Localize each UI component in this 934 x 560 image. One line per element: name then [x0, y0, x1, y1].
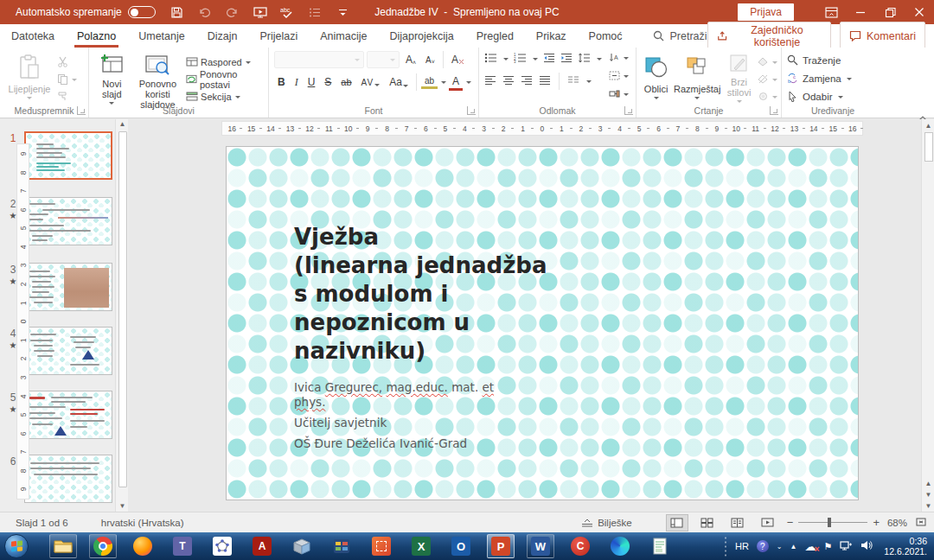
scroll-down-icon[interactable]: ▼: [924, 501, 933, 512]
share-button[interactable]: Zajedničko korištenje: [707, 22, 831, 51]
thumbnail-image[interactable]: [24, 131, 112, 180]
smartart-button[interactable]: [609, 87, 629, 100]
arrange-button[interactable]: Razmještaj: [674, 51, 720, 104]
search-box[interactable]: Pretraži: [653, 30, 707, 42]
notes-app-icon[interactable]: [646, 534, 674, 558]
grow-font-button[interactable]: A˄: [402, 53, 419, 67]
ccleaner-icon[interactable]: C: [566, 534, 594, 558]
zoom-level[interactable]: 68%: [887, 518, 907, 528]
thumbnail-image[interactable]: [24, 197, 112, 245]
undo-icon[interactable]: [197, 4, 213, 20]
thumbnail-slide-3[interactable]: 3 ★: [24, 263, 112, 311]
thumbnail-slide-1[interactable]: 1: [24, 131, 112, 180]
font-dialog-launcher-icon[interactable]: [467, 106, 476, 115]
fit-slide-icon[interactable]: [915, 517, 927, 529]
select-button[interactable]: Odabir: [787, 89, 880, 104]
shape-outline-button[interactable]: [758, 73, 777, 86]
increase-indent-button[interactable]: [560, 51, 573, 67]
action-center-flag-icon[interactable]: ⚑: [823, 541, 832, 552]
tab-polazno[interactable]: Polazno: [66, 24, 127, 48]
cut-button[interactable]: [57, 55, 77, 68]
language-indicator[interactable]: hrvatski (Hrvatska): [101, 518, 184, 528]
columns-button[interactable]: [567, 73, 579, 89]
quick-styles-button[interactable]: Brzi stilovi: [724, 51, 754, 104]
shape-effects-button[interactable]: [758, 90, 777, 103]
underline-button[interactable]: U: [304, 75, 319, 89]
thumbnail-image[interactable]: [24, 391, 112, 439]
reset-button[interactable]: Ponovno postavi: [186, 73, 265, 86]
section-button[interactable]: Sekcija: [186, 90, 265, 103]
slide-counter[interactable]: Slajd 1 od 6: [16, 518, 68, 528]
reading-view-button[interactable]: [726, 514, 749, 531]
text-highlight-button[interactable]: ab: [421, 75, 438, 89]
zoom-in-icon[interactable]: +: [873, 516, 880, 529]
format-painter-button[interactable]: [57, 90, 77, 103]
scrollbar-thumb[interactable]: [118, 131, 127, 487]
spellcheck-icon[interactable]: abc: [280, 4, 296, 20]
slideshow-view-button[interactable]: [757, 514, 779, 531]
bullet-list-icon[interactable]: [308, 4, 323, 20]
chrome-icon[interactable]: [89, 534, 117, 558]
layout-button[interactable]: Raspored: [186, 55, 265, 68]
thumbnail-slide-4[interactable]: 4 ★: [24, 327, 112, 375]
decrease-indent-button[interactable]: [543, 51, 555, 67]
editor-scrollbar[interactable]: ▲ ▲ ▼ ▼: [921, 119, 934, 512]
autosave-toggle[interactable]: [128, 6, 156, 18]
slide-canvas[interactable]: Vježba (linearna jednadžba s modulom i n…: [226, 146, 859, 500]
copy-button[interactable]: [57, 73, 77, 86]
slide-subtitle[interactable]: Ivica Gregurec, mag.educ. mat. etphys. U…: [294, 380, 494, 457]
language-switcher[interactable]: HR: [735, 541, 749, 551]
font-name-combo[interactable]: [274, 51, 364, 68]
slide-title[interactable]: Vježba (linearna jednadžba s modulom i n…: [294, 223, 547, 366]
help-tray-icon[interactable]: ?: [757, 540, 769, 552]
italic-button[interactable]: I: [291, 75, 302, 90]
replace-button[interactable]: bcZamjena: [787, 71, 880, 86]
excel-icon[interactable]: X: [407, 534, 435, 558]
clear-formatting-button[interactable]: A: [448, 53, 468, 67]
thumbnail-slide-6[interactable]: 6: [24, 455, 112, 503]
onedrive-icon[interactable]: ☁: [804, 540, 816, 553]
tab-animacije[interactable]: Animacije: [309, 24, 378, 48]
reuse-slides-button[interactable]: Ponovno koristi slajdove: [133, 51, 182, 104]
teams-icon[interactable]: T: [169, 534, 196, 558]
clipboard-dialog-launcher-icon[interactable]: [77, 106, 86, 115]
thumbnail-slide-5[interactable]: 5 ★: [24, 391, 112, 439]
new-slide-button[interactable]: Novi slajd: [94, 51, 130, 104]
firefox-icon[interactable]: [129, 534, 157, 558]
tab-prijelazi[interactable]: Prijelazi: [248, 24, 309, 48]
shrink-font-button[interactable]: A˅: [422, 54, 438, 66]
text-direction-button[interactable]: A: [609, 51, 629, 64]
installer-icon[interactable]: [288, 534, 316, 558]
adobe-reader-icon[interactable]: A: [248, 534, 276, 558]
customize-qat-icon[interactable]: [336, 4, 351, 20]
edge-icon[interactable]: [606, 534, 634, 558]
strikethrough-ab-button[interactable]: ab: [337, 76, 355, 88]
thumbnail-image[interactable]: [24, 455, 112, 503]
line-spacing-button[interactable]: [578, 51, 591, 67]
tab-prikaz[interactable]: Prikaz: [525, 24, 578, 48]
tab-dijaprojekcija[interactable]: Dijaprojekcija: [378, 24, 464, 48]
align-text-button[interactable]: [609, 69, 629, 82]
numbering-button[interactable]: 123: [514, 51, 527, 67]
font-size-combo[interactable]: [367, 51, 400, 68]
align-center-button[interactable]: [502, 73, 515, 89]
signin-button[interactable]: Prijava: [738, 3, 794, 21]
zoom-slider-handle[interactable]: [828, 518, 831, 527]
save-icon[interactable]: [170, 4, 185, 20]
shape-fill-button[interactable]: [758, 55, 777, 68]
start-button[interactable]: [4, 534, 29, 558]
tab-pomoc[interactable]: Pomoć: [578, 24, 634, 48]
strikethrough-button[interactable]: S: [321, 75, 335, 89]
clock[interactable]: 0:36 12.6.2021.: [884, 536, 927, 557]
change-case-button[interactable]: Aa: [386, 75, 412, 89]
start-slideshow-icon[interactable]: [253, 4, 268, 20]
volume-icon[interactable]: [860, 538, 873, 554]
thumbnail-image[interactable]: [24, 263, 112, 311]
notes-button[interactable]: Bilješke: [581, 518, 632, 528]
align-left-button[interactable]: [484, 73, 496, 89]
powerpoint-icon[interactable]: P: [487, 534, 515, 558]
collapse-ribbon-icon[interactable]: [918, 109, 927, 114]
thumbnail-image[interactable]: [24, 327, 112, 375]
tab-dizajn[interactable]: Dizajn: [196, 24, 249, 48]
redo-icon[interactable]: [225, 4, 240, 20]
